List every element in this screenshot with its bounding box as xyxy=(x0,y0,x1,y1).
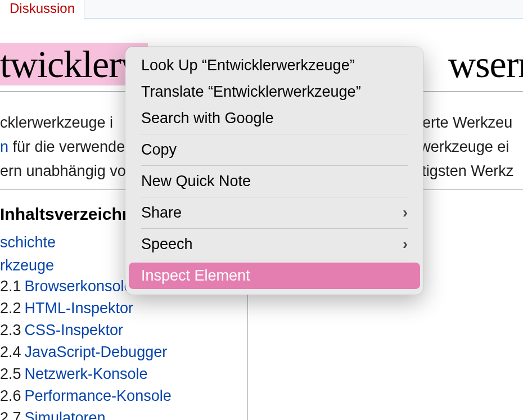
toc-num: 2.6 xyxy=(0,387,21,404)
chevron-right-icon: › xyxy=(403,236,408,253)
menu-speech[interactable]: Speech › xyxy=(129,231,420,258)
toc-num: 2.2 xyxy=(0,300,21,317)
chevron-right-icon: › xyxy=(403,204,408,222)
menu-inspect-element[interactable]: Inspect Element xyxy=(129,263,420,289)
toc-item-werkzeuge[interactable]: rkzeuge xyxy=(0,257,54,274)
menu-new-quick-note[interactable]: New Quick Note xyxy=(129,168,420,195)
toc-item-simulatoren[interactable]: Simulatoren xyxy=(25,409,106,420)
menu-separator xyxy=(141,260,408,260)
toc-item-html-inspektor[interactable]: HTML-Inspektor xyxy=(25,300,134,317)
toc-item-geschichte[interactable]: schichte xyxy=(0,234,56,251)
toc-num: 2.3 xyxy=(0,322,21,338)
title-tail: wsern xyxy=(448,43,523,85)
menu-copy[interactable]: Copy xyxy=(129,137,420,163)
menu-translate[interactable]: Translate “Entwicklerwerkzeuge” xyxy=(129,79,420,105)
menu-separator xyxy=(141,228,408,229)
menu-share[interactable]: Share › xyxy=(129,200,420,226)
menu-search[interactable]: Search with Google xyxy=(129,105,420,132)
toc-item-js-debugger[interactable]: JavaScript-Debugger xyxy=(25,344,168,360)
menu-lookup[interactable]: Look Up “Entwicklerwerkzeuge” xyxy=(129,52,420,79)
intro-link[interactable]: n xyxy=(0,138,8,155)
toc-num: 2.5 xyxy=(0,365,21,382)
tab-diskussion[interactable]: Diskussion xyxy=(0,0,84,20)
toc-num: 2.4 xyxy=(0,344,21,360)
toc-item-browserkonsole[interactable]: Browserkonsole xyxy=(25,278,133,295)
toc-item-performance-konsole[interactable]: Performance-Konsole xyxy=(25,387,172,404)
menu-separator xyxy=(141,134,408,134)
menu-separator xyxy=(141,197,408,197)
context-menu: Look Up “Entwicklerwerkzeuge” Translate … xyxy=(125,47,423,295)
toc-item-netzwerk-konsole[interactable]: Netzwerk-Konsole xyxy=(25,365,148,382)
toc-item-css-inspektor[interactable]: CSS-Inspektor xyxy=(25,322,124,338)
menu-separator xyxy=(141,165,408,166)
tab-strip: Diskussion xyxy=(0,0,523,19)
toc-num: 2.1 xyxy=(0,278,21,295)
toc-num: 2.7 xyxy=(0,409,21,420)
